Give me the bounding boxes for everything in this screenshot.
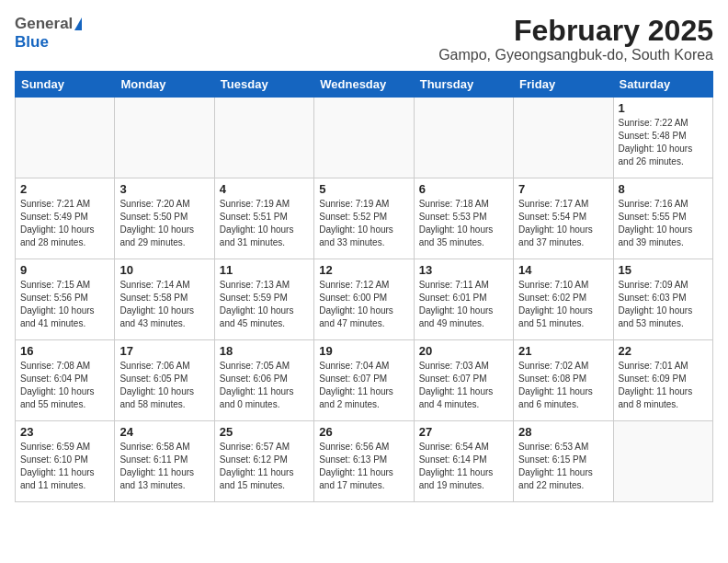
day-number: 7 xyxy=(518,182,608,196)
logo-general: General xyxy=(15,15,73,33)
day-info: Sunrise: 7:19 AM Sunset: 5:51 PM Dayligh… xyxy=(220,198,309,249)
day-info: Sunrise: 7:12 AM Sunset: 6:00 PM Dayligh… xyxy=(319,279,408,330)
day-number: 8 xyxy=(619,182,708,196)
day-info: Sunrise: 7:21 AM Sunset: 5:49 PM Dayligh… xyxy=(20,198,109,249)
calendar-cell xyxy=(514,98,613,178)
day-number: 2 xyxy=(20,182,109,196)
day-number: 10 xyxy=(119,263,209,277)
day-number: 13 xyxy=(419,263,508,277)
calendar-cell xyxy=(214,98,313,178)
calendar-cell xyxy=(314,98,414,178)
day-info: Sunrise: 6:58 AM Sunset: 6:11 PM Dayligh… xyxy=(119,441,209,492)
day-info: Sunrise: 7:22 AM Sunset: 5:48 PM Dayligh… xyxy=(619,117,708,168)
day-info: Sunrise: 7:01 AM Sunset: 6:09 PM Dayligh… xyxy=(619,360,708,411)
day-number: 20 xyxy=(419,344,508,358)
weekday-header-row: SundayMondayTuesdayWednesdayThursdayFrid… xyxy=(16,72,713,98)
calendar-cell: 11Sunrise: 7:13 AM Sunset: 5:59 PM Dayli… xyxy=(214,259,313,340)
calendar-cell: 14Sunrise: 7:10 AM Sunset: 6:02 PM Dayli… xyxy=(514,259,613,340)
day-number: 24 xyxy=(119,425,209,439)
calendar-cell: 15Sunrise: 7:09 AM Sunset: 6:03 PM Dayli… xyxy=(613,259,712,340)
day-info: Sunrise: 7:05 AM Sunset: 6:06 PM Dayligh… xyxy=(220,360,309,411)
calendar-cell: 16Sunrise: 7:08 AM Sunset: 6:04 PM Dayli… xyxy=(16,340,115,421)
day-number: 16 xyxy=(20,344,109,358)
calendar-cell: 19Sunrise: 7:04 AM Sunset: 6:07 PM Dayli… xyxy=(314,340,414,421)
calendar-cell: 4Sunrise: 7:19 AM Sunset: 5:51 PM Daylig… xyxy=(214,178,313,259)
day-info: Sunrise: 6:56 AM Sunset: 6:13 PM Dayligh… xyxy=(319,441,408,492)
day-number: 12 xyxy=(319,263,408,277)
calendar-cell: 2Sunrise: 7:21 AM Sunset: 5:49 PM Daylig… xyxy=(16,178,115,259)
calendar-cell: 25Sunrise: 6:57 AM Sunset: 6:12 PM Dayli… xyxy=(214,421,313,502)
day-info: Sunrise: 7:16 AM Sunset: 5:55 PM Dayligh… xyxy=(619,198,708,249)
weekday-header-tuesday: Tuesday xyxy=(214,72,313,98)
day-info: Sunrise: 7:14 AM Sunset: 5:58 PM Dayligh… xyxy=(119,279,209,330)
day-number: 15 xyxy=(619,263,708,277)
calendar-cell: 10Sunrise: 7:14 AM Sunset: 5:58 PM Dayli… xyxy=(115,259,214,340)
day-info: Sunrise: 7:03 AM Sunset: 6:07 PM Dayligh… xyxy=(419,360,508,411)
calendar-cell: 5Sunrise: 7:19 AM Sunset: 5:52 PM Daylig… xyxy=(314,178,414,259)
calendar-cell: 17Sunrise: 7:06 AM Sunset: 6:05 PM Dayli… xyxy=(115,340,214,421)
day-number: 28 xyxy=(518,425,608,439)
day-info: Sunrise: 7:20 AM Sunset: 5:50 PM Dayligh… xyxy=(119,198,209,249)
weekday-header-sunday: Sunday xyxy=(16,72,115,98)
day-info: Sunrise: 6:53 AM Sunset: 6:15 PM Dayligh… xyxy=(518,441,608,492)
weekday-header-friday: Friday xyxy=(514,72,613,98)
calendar-cell xyxy=(115,98,214,178)
day-number: 18 xyxy=(220,344,309,358)
calendar-cell: 23Sunrise: 6:59 AM Sunset: 6:10 PM Dayli… xyxy=(16,421,115,502)
day-info: Sunrise: 7:18 AM Sunset: 5:53 PM Dayligh… xyxy=(419,198,508,249)
logo-triangle-icon xyxy=(74,17,82,30)
day-number: 4 xyxy=(220,182,309,196)
day-info: Sunrise: 7:13 AM Sunset: 5:59 PM Dayligh… xyxy=(220,279,309,330)
calendar-cell: 24Sunrise: 6:58 AM Sunset: 6:11 PM Dayli… xyxy=(115,421,214,502)
calendar-cell xyxy=(414,98,513,178)
location: Gampo, Gyeongsangbuk-do, South Korea xyxy=(438,47,713,63)
calendar-cell xyxy=(613,421,712,502)
day-number: 5 xyxy=(319,182,408,196)
calendar-cell: 20Sunrise: 7:03 AM Sunset: 6:07 PM Dayli… xyxy=(414,340,513,421)
calendar-cell: 1Sunrise: 7:22 AM Sunset: 5:48 PM Daylig… xyxy=(613,98,712,178)
day-info: Sunrise: 7:04 AM Sunset: 6:07 PM Dayligh… xyxy=(319,360,408,411)
calendar-cell: 27Sunrise: 6:54 AM Sunset: 6:14 PM Dayli… xyxy=(414,421,513,502)
calendar-cell: 13Sunrise: 7:11 AM Sunset: 6:01 PM Dayli… xyxy=(414,259,513,340)
day-number: 21 xyxy=(518,344,608,358)
weekday-header-saturday: Saturday xyxy=(613,72,712,98)
day-number: 26 xyxy=(319,425,408,439)
calendar-cell: 22Sunrise: 7:01 AM Sunset: 6:09 PM Dayli… xyxy=(613,340,712,421)
day-info: Sunrise: 7:08 AM Sunset: 6:04 PM Dayligh… xyxy=(20,360,109,411)
day-number: 6 xyxy=(419,182,508,196)
calendar-cell: 12Sunrise: 7:12 AM Sunset: 6:00 PM Dayli… xyxy=(314,259,414,340)
weekday-header-monday: Monday xyxy=(115,72,214,98)
day-number: 17 xyxy=(119,344,209,358)
day-number: 9 xyxy=(20,263,109,277)
logo-blue: Blue xyxy=(15,33,49,52)
day-number: 27 xyxy=(419,425,508,439)
calendar-week-row: 1Sunrise: 7:22 AM Sunset: 5:48 PM Daylig… xyxy=(16,98,713,178)
calendar-cell: 7Sunrise: 7:17 AM Sunset: 5:54 PM Daylig… xyxy=(514,178,613,259)
calendar-cell: 21Sunrise: 7:02 AM Sunset: 6:08 PM Dayli… xyxy=(514,340,613,421)
calendar-cell: 3Sunrise: 7:20 AM Sunset: 5:50 PM Daylig… xyxy=(115,178,214,259)
calendar-cell xyxy=(16,98,115,178)
title-block: February 2025 Gampo, Gyeongsangbuk-do, S… xyxy=(438,15,713,63)
day-info: Sunrise: 7:19 AM Sunset: 5:52 PM Dayligh… xyxy=(319,198,408,249)
day-info: Sunrise: 7:17 AM Sunset: 5:54 PM Dayligh… xyxy=(518,198,608,249)
day-number: 14 xyxy=(518,263,608,277)
calendar-cell: 9Sunrise: 7:15 AM Sunset: 5:56 PM Daylig… xyxy=(16,259,115,340)
weekday-header-wednesday: Wednesday xyxy=(314,72,414,98)
logo: General Blue xyxy=(15,15,82,52)
day-info: Sunrise: 7:11 AM Sunset: 6:01 PM Dayligh… xyxy=(419,279,508,330)
day-number: 25 xyxy=(220,425,309,439)
page-header: General Blue February 2025 Gampo, Gyeong… xyxy=(15,15,713,63)
day-number: 3 xyxy=(119,182,209,196)
calendar-cell: 26Sunrise: 6:56 AM Sunset: 6:13 PM Dayli… xyxy=(314,421,414,502)
calendar-cell: 6Sunrise: 7:18 AM Sunset: 5:53 PM Daylig… xyxy=(414,178,513,259)
month-year: February 2025 xyxy=(438,15,713,47)
calendar-cell: 28Sunrise: 6:53 AM Sunset: 6:15 PM Dayli… xyxy=(514,421,613,502)
calendar-week-row: 2Sunrise: 7:21 AM Sunset: 5:49 PM Daylig… xyxy=(16,178,713,259)
calendar-week-row: 23Sunrise: 6:59 AM Sunset: 6:10 PM Dayli… xyxy=(16,421,713,502)
day-info: Sunrise: 7:15 AM Sunset: 5:56 PM Dayligh… xyxy=(20,279,109,330)
calendar-cell: 8Sunrise: 7:16 AM Sunset: 5:55 PM Daylig… xyxy=(613,178,712,259)
calendar-cell: 18Sunrise: 7:05 AM Sunset: 6:06 PM Dayli… xyxy=(214,340,313,421)
day-info: Sunrise: 7:06 AM Sunset: 6:05 PM Dayligh… xyxy=(119,360,209,411)
day-number: 11 xyxy=(220,263,309,277)
day-info: Sunrise: 6:59 AM Sunset: 6:10 PM Dayligh… xyxy=(20,441,109,492)
